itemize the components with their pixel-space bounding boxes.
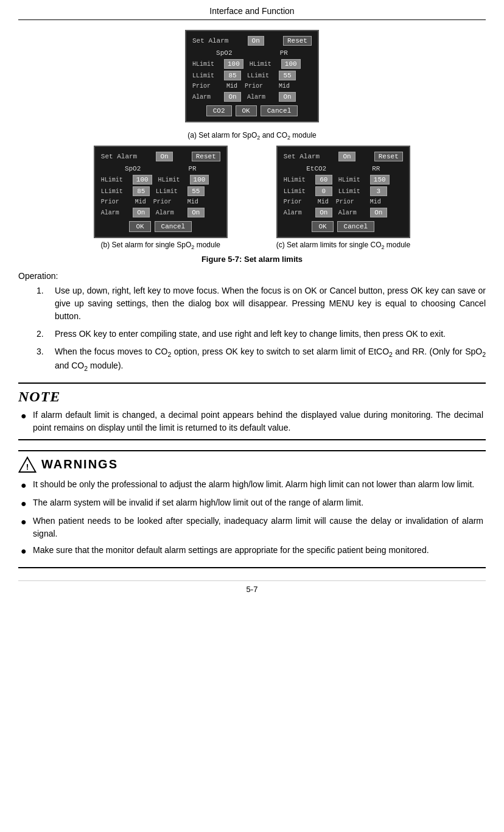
prior-val1-a: Mid	[224, 82, 240, 90]
warning-text-1: It should be only the professional to ad…	[33, 478, 474, 493]
llimit-val2-c: 3	[370, 186, 387, 196]
warning-bullet-4: ●	[21, 544, 28, 559]
channel1-c: EtCO2	[306, 165, 326, 172]
alarm-val1-a: On	[224, 92, 241, 102]
operation-section: Operation: 1. Use up, down, right, left …	[18, 271, 486, 374]
alarm-row-a: Alarm On Alarm On	[192, 92, 312, 102]
warning-text-3: When patient needs to be looked after sp…	[33, 515, 483, 540]
hlimit-row-a: HLimit 100 HLimit 100	[192, 59, 312, 69]
alarm-row-b: Alarm On Alarm On	[101, 208, 220, 217]
ok-btn-a[interactable]: OK	[236, 105, 257, 116]
warning-item-3: ● When patient needs to be looked after …	[18, 515, 486, 540]
channels-row-a: SpO2 PR	[192, 49, 312, 57]
alarm-val1-c: On	[315, 208, 332, 217]
on-badge-c: On	[338, 152, 355, 161]
ok-btn-c[interactable]: OK	[312, 221, 333, 232]
panel-a-header: Set Alarm On Reset	[192, 36, 312, 46]
hlimit-label-a: HLimit	[192, 61, 224, 68]
op-num-2: 2.	[37, 328, 49, 340]
prior-val2-b: Mid	[185, 198, 201, 206]
co2-btn-a[interactable]: CO2	[206, 105, 232, 116]
operation-title: Operation:	[18, 271, 486, 281]
alarm-val1-b: On	[133, 208, 150, 217]
channels-row-b: SpO2 PR	[101, 165, 220, 172]
figure-a-container: Set Alarm On Reset SpO2 PR HLimit 100 HL…	[18, 30, 486, 141]
op-text-1: Use up, down, right, left key to move fo…	[55, 284, 486, 323]
alarm-val2-c: On	[370, 208, 387, 217]
alarm-panel-a: Set Alarm On Reset SpO2 PR HLimit 100 HL…	[185, 30, 319, 122]
page-number: 5-7	[247, 585, 258, 594]
llimit-val1-c: 0	[315, 186, 332, 196]
hlimit-val2-a: 100	[281, 59, 301, 69]
warning-bullet-1: ●	[21, 478, 28, 493]
llimit-label-b: LLimit	[101, 188, 133, 195]
llimit-val1-b: 85	[133, 186, 150, 196]
hlimit-label2-a: HLimit	[250, 61, 281, 68]
caption-a: (a) Set alarm for SpO2 and CO2 module	[187, 131, 316, 141]
caption-b: (b) Set alarm for single SpO2 module	[94, 241, 228, 250]
ok-btn-b[interactable]: OK	[129, 221, 150, 232]
caption-c: (c) Set alarm limits for single CO2 modu…	[276, 241, 410, 250]
channel1-a: SpO2	[216, 49, 232, 57]
panel-c-header: Set Alarm On Reset	[284, 152, 403, 161]
op-num-3: 3.	[37, 345, 49, 374]
set-alarm-label-c: Set Alarm	[284, 153, 320, 160]
footer-row-c: OK Cancel	[284, 221, 403, 232]
prior-row-b: Prior Mid Prior Mid	[101, 198, 220, 206]
channel2-a: PR	[280, 49, 288, 57]
note-title: NOTE	[18, 389, 60, 405]
page-header: Interface and Function	[18, 6, 486, 20]
alarm-val2-b: On	[187, 208, 205, 217]
note-bullet-1: ●	[21, 409, 28, 434]
reset-btn-b[interactable]: Reset	[192, 152, 220, 161]
prior-row-c: Prior Mid Prior Mid	[284, 198, 403, 206]
channel1-b: SpO2	[125, 165, 141, 172]
hlimit-row-c: HLimit 60 HLimit 150	[284, 175, 403, 185]
warning-bullet-3: ●	[21, 515, 28, 540]
llimit-label-c: LLimit	[284, 188, 315, 195]
page-footer: 5-7	[18, 580, 486, 594]
cancel-btn-c[interactable]: Cancel	[337, 221, 375, 232]
on-badge-b: On	[156, 152, 172, 161]
llimit-label2-a: LLimit	[247, 72, 279, 79]
hlimit-label-b: HLimit	[101, 177, 133, 183]
channels-row-c: EtCO2 RR	[284, 165, 403, 172]
operation-item-3: 3. When the focus moves to CO2 option, p…	[37, 345, 486, 374]
hlimit-val1-b: 100	[133, 175, 152, 185]
cancel-btn-b[interactable]: Cancel	[155, 221, 192, 232]
reset-btn-a[interactable]: Reset	[283, 36, 312, 46]
alarm-label2-b: Alarm	[156, 210, 187, 216]
llimit-label-a: LLimit	[192, 72, 224, 79]
warnings-title: WARNINGS	[41, 457, 118, 471]
footer-row-b: OK Cancel	[101, 221, 220, 232]
hlimit-val1-a: 100	[224, 59, 243, 69]
svg-text:!: !	[26, 462, 29, 471]
warning-item-2: ● The alarm system will be invalid if se…	[18, 496, 486, 511]
warnings-section: ! WARNINGS ● It should be only the profe…	[18, 450, 486, 568]
operation-list: 1. Use up, down, right, left key to move…	[37, 284, 486, 374]
hlimit-val1-c: 60	[315, 175, 332, 185]
on-badge-a: On	[248, 36, 264, 46]
alarm-label-c: Alarm	[284, 210, 315, 216]
llimit-val2-a: 55	[279, 71, 296, 80]
hlimit-val2-b: 100	[190, 175, 209, 185]
prior-label2-c: Prior	[336, 199, 368, 205]
llimit-label2-b: LLimit	[156, 188, 187, 195]
warning-bullet-2: ●	[21, 496, 28, 511]
warning-text-2: The alarm system will be invalid if set …	[33, 496, 363, 511]
llimit-label2-c: LLimit	[338, 188, 370, 195]
header-title: Interface and Function	[209, 6, 294, 16]
figures-bottom-row: Set Alarm On Reset SpO2 PR HLimit 100 HL…	[18, 146, 486, 250]
hlimit-label-c: HLimit	[284, 177, 315, 183]
reset-btn-c[interactable]: Reset	[374, 152, 403, 161]
alarm-row-c: Alarm On Alarm On	[284, 208, 403, 217]
hlimit-label2-b: HLimit	[158, 177, 190, 183]
prior-val1-b: Mid	[133, 198, 149, 206]
op-num-1: 1.	[37, 284, 49, 323]
operation-item-1: 1. Use up, down, right, left key to move…	[37, 284, 486, 323]
cancel-btn-a[interactable]: Cancel	[261, 105, 298, 116]
warning-text-4: Make sure that the monitor default alarm…	[33, 544, 429, 559]
hlimit-label2-c: HLimit	[338, 177, 370, 183]
panel-b-header: Set Alarm On Reset	[101, 152, 220, 161]
prior-label-a: Prior	[192, 83, 224, 90]
